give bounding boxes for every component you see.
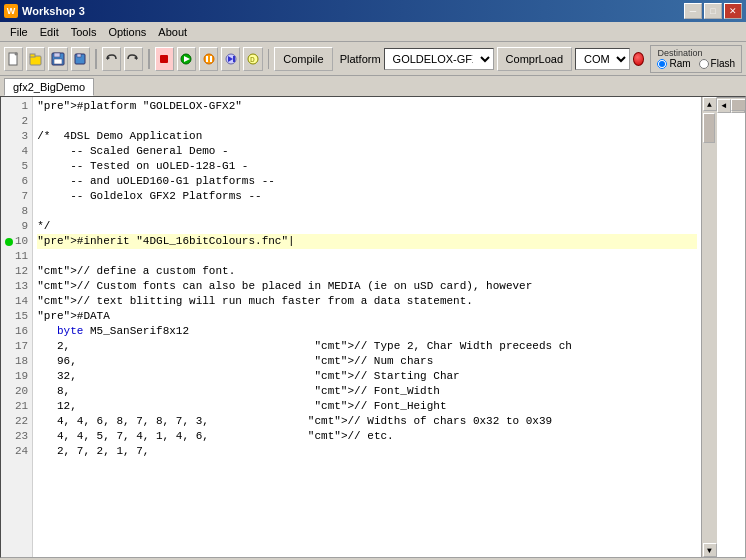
- save-button[interactable]: [48, 47, 67, 71]
- line-number-23: 23: [5, 429, 28, 444]
- line-number-13: 13: [5, 279, 28, 294]
- line-number-19: 19: [5, 369, 28, 384]
- undo-button[interactable]: [102, 47, 121, 71]
- separator-2: [148, 49, 150, 69]
- redo-button[interactable]: [124, 47, 143, 71]
- svg-rect-10: [160, 55, 168, 63]
- code-line-17: 2, "cmt">// Type 2, Char Width preceeds …: [37, 339, 697, 354]
- line-number-5: 5: [5, 159, 28, 174]
- destination-label: Destination: [657, 48, 702, 58]
- svg-text:D: D: [250, 55, 255, 64]
- separator-3: [268, 49, 270, 69]
- code-line-11: [37, 249, 697, 264]
- line-number-7: 7: [5, 189, 28, 204]
- code-line-3: /* 4DSL Demo Application: [37, 129, 697, 144]
- pause-button[interactable]: [199, 47, 218, 71]
- editor-inner: 123456789101112131415161718192021222324 …: [1, 97, 717, 557]
- code-line-22: 4, 4, 6, 8, 7, 8, 7, 3, "cmt">// Widths …: [37, 414, 697, 429]
- comprload-button[interactable]: ComprLoad: [497, 47, 572, 71]
- scroll-track-v[interactable]: [702, 111, 717, 543]
- radio-flash-label[interactable]: Flash: [699, 58, 735, 69]
- menu-bar: File Edit Tools Options About: [0, 22, 746, 42]
- title-bar: W Workshop 3 ─ □ ✕: [0, 0, 746, 22]
- maximize-button[interactable]: □: [704, 3, 722, 19]
- radio-ram-label[interactable]: Ram: [657, 58, 690, 69]
- platform-label: Platform: [340, 53, 381, 65]
- code-line-10: "pre">#inherit "4DGL_16bitColours.fnc"|: [37, 234, 697, 249]
- close-button[interactable]: ✕: [724, 3, 742, 19]
- minimize-button[interactable]: ─: [684, 3, 702, 19]
- menu-options[interactable]: Options: [102, 24, 152, 40]
- svg-rect-18: [233, 56, 235, 62]
- separator-1: [95, 49, 97, 69]
- svg-rect-15: [210, 56, 212, 62]
- line-number-12: 12: [5, 264, 28, 279]
- code-line-8: [37, 204, 697, 219]
- line-number-24: 24: [5, 444, 28, 459]
- line-number-17: 17: [5, 339, 28, 354]
- menu-file[interactable]: File: [4, 24, 34, 40]
- menu-edit[interactable]: Edit: [34, 24, 65, 40]
- toolbar: D Compile Platform GOLDELOX-GFX2 GOLDELO…: [0, 42, 746, 76]
- code-line-16: byte M5_SanSerif8x12: [37, 324, 697, 339]
- code-line-1: "pre">#platform "GOLDELOX-GFX2": [37, 99, 697, 114]
- run-button[interactable]: [177, 47, 196, 71]
- tab-bar: gfx2_BigDemo: [0, 76, 746, 96]
- platform-dropdown[interactable]: GOLDELOX-GFX2 GOLDELOX PICASO: [384, 48, 494, 70]
- line-number-11: 11: [5, 249, 28, 264]
- radio-ram[interactable]: [657, 59, 667, 69]
- scroll-up-button[interactable]: ▲: [703, 97, 717, 111]
- code-line-5: -- Tested on uOLED-128-G1 -: [37, 159, 697, 174]
- connection-indicator: [633, 52, 644, 66]
- scroll-down-button[interactable]: ▼: [703, 543, 717, 557]
- tab-gfx2bigdemo[interactable]: gfx2_BigDemo: [4, 78, 94, 96]
- save-all-button[interactable]: [71, 47, 90, 71]
- code-line-21: 12, "cmt">// Font_Height: [37, 399, 697, 414]
- line-number-8: 8: [5, 204, 28, 219]
- line-number-21: 21: [5, 399, 28, 414]
- menu-about[interactable]: About: [152, 24, 193, 40]
- code-editor[interactable]: "pre">#platform "GOLDELOX-GFX2"/* 4DSL D…: [33, 97, 701, 557]
- debug-button[interactable]: D: [243, 47, 262, 71]
- new-button[interactable]: [4, 47, 23, 71]
- scroll-thumb-v[interactable]: [703, 113, 715, 143]
- svg-rect-2: [30, 54, 35, 57]
- line-number-3: 3: [5, 129, 28, 144]
- editor-container: 123456789101112131415161718192021222324 …: [0, 96, 746, 558]
- stop-button[interactable]: [155, 47, 174, 71]
- code-line-18: 96, "cmt">// Num chars: [37, 354, 697, 369]
- line-number-6: 6: [5, 174, 28, 189]
- vertical-scrollbar[interactable]: ▲ ▼: [701, 97, 717, 557]
- line-numbers: 123456789101112131415161718192021222324: [1, 97, 33, 557]
- svg-point-13: [204, 54, 214, 64]
- window-controls: ─ □ ✕: [684, 3, 742, 19]
- code-line-4: -- Scaled General Demo -: [37, 144, 697, 159]
- code-line-12: "cmt">// define a custom font.: [37, 264, 697, 279]
- menu-tools[interactable]: Tools: [65, 24, 103, 40]
- step-button[interactable]: [221, 47, 240, 71]
- code-line-20: 8, "cmt">// Font_Width: [37, 384, 697, 399]
- open-button[interactable]: [26, 47, 45, 71]
- horizontal-scrollbar[interactable]: ◄ ►: [717, 97, 745, 113]
- code-line-23: 4, 4, 5, 7, 4, 1, 4, 6, "cmt">// etc.: [37, 429, 697, 444]
- svg-rect-5: [54, 59, 62, 64]
- code-line-2: [37, 114, 697, 129]
- code-line-24: 2, 7, 2, 1, 7,: [37, 444, 697, 459]
- line-number-4: 4: [5, 144, 28, 159]
- compile-button[interactable]: Compile: [274, 47, 332, 71]
- svg-rect-7: [77, 54, 81, 57]
- radio-flash[interactable]: [699, 59, 709, 69]
- editor-wrapper: 123456789101112131415161718192021222324 …: [0, 96, 746, 558]
- line-number-15: 15: [5, 309, 28, 324]
- code-line-7: -- Goldelox GFX2 Platforms --: [37, 189, 697, 204]
- scroll-thumb-h[interactable]: [731, 99, 746, 111]
- code-line-14: "cmt">// text blitting will run much fas…: [37, 294, 697, 309]
- com-dropdown[interactable]: COM 3 COM 1 COM 2 COM 4: [575, 48, 630, 70]
- line-number-2: 2: [5, 114, 28, 129]
- line-number-9: 9: [5, 219, 28, 234]
- code-line-15: "pre">#DATA: [37, 309, 697, 324]
- scroll-left-button[interactable]: ◄: [717, 99, 731, 113]
- line-number-22: 22: [5, 414, 28, 429]
- line-number-16: 16: [5, 324, 28, 339]
- breakpoint-10[interactable]: [5, 238, 13, 246]
